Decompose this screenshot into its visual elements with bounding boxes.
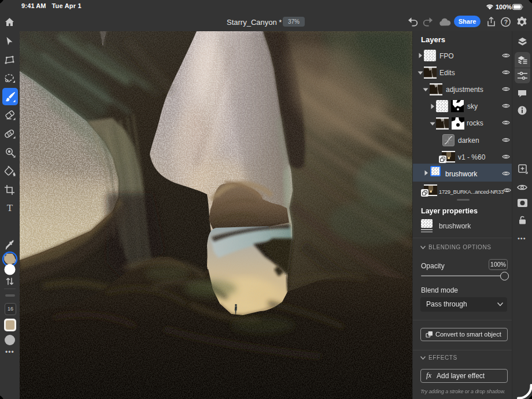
svg-text:100%: 100% [496,3,512,10]
svg-text:?: ? [504,19,508,25]
svg-text:T: T [7,203,13,212]
